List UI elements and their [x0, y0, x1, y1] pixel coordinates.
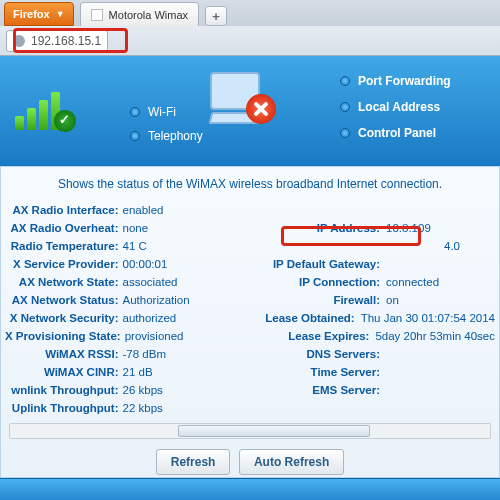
firefox-menu-button[interactable]: Firefox ▼ [4, 2, 74, 26]
disconnected-graphic [200, 66, 290, 136]
page-header: Wi-Fi Telephony Port Forwarding Local Ad… [0, 56, 500, 166]
url-input[interactable]: 192.168.15.1 [6, 30, 108, 52]
value: enabled [123, 204, 237, 216]
bullet-icon [130, 107, 140, 117]
status-grid: AX Radio Interface:enabled AX Radio Over… [1, 201, 499, 417]
browser-tabstrip: Firefox ▼ Motorola Wimax + [0, 0, 500, 26]
page-icon [91, 9, 103, 21]
bullet-icon [340, 76, 350, 86]
status-col-right: x IP Address:10.8.109 IP Subnet Mask:4.0… [240, 201, 499, 417]
label: AX Radio Interface: [5, 204, 123, 216]
horizontal-scrollbar[interactable] [9, 423, 491, 439]
auto-refresh-button[interactable]: Auto Refresh [239, 449, 344, 475]
header-links-right: Port Forwarding Local Address Control Pa… [340, 56, 500, 166]
globe-icon [13, 35, 25, 47]
chevron-down-icon: ▼ [56, 9, 65, 19]
status-graphic [0, 56, 90, 166]
status-panel: Shows the status of the WiMAX wireless b… [0, 166, 500, 478]
signal-bars-icon [15, 92, 60, 130]
refresh-button[interactable]: Refresh [156, 449, 231, 475]
bullet-icon [340, 102, 350, 112]
firefox-label: Firefox [13, 8, 50, 20]
status-col-left: AX Radio Interface:enabled AX Radio Over… [1, 201, 240, 417]
bullet-icon [340, 128, 350, 138]
button-row: Refresh Auto Refresh [1, 439, 499, 477]
nav-port-forwarding[interactable]: Port Forwarding [340, 68, 500, 94]
nav-local-address[interactable]: Local Address [340, 94, 500, 120]
scrollbar-thumb[interactable] [178, 425, 370, 437]
intro-text: Shows the status of the WiMAX wireless b… [1, 167, 499, 201]
nav-control-panel[interactable]: Control Panel [340, 120, 500, 146]
plus-icon: + [212, 9, 220, 24]
new-tab-button[interactable]: + [205, 6, 227, 26]
url-text: 192.168.15.1 [31, 34, 101, 48]
error-x-icon [246, 94, 276, 124]
bullet-icon [130, 131, 140, 141]
footer-band [0, 478, 500, 500]
url-bar-row: 192.168.15.1 [0, 26, 500, 56]
tab-title: Motorola Wimax [109, 9, 188, 21]
tab-active[interactable]: Motorola Wimax [80, 2, 199, 26]
check-circle-icon [54, 110, 76, 132]
